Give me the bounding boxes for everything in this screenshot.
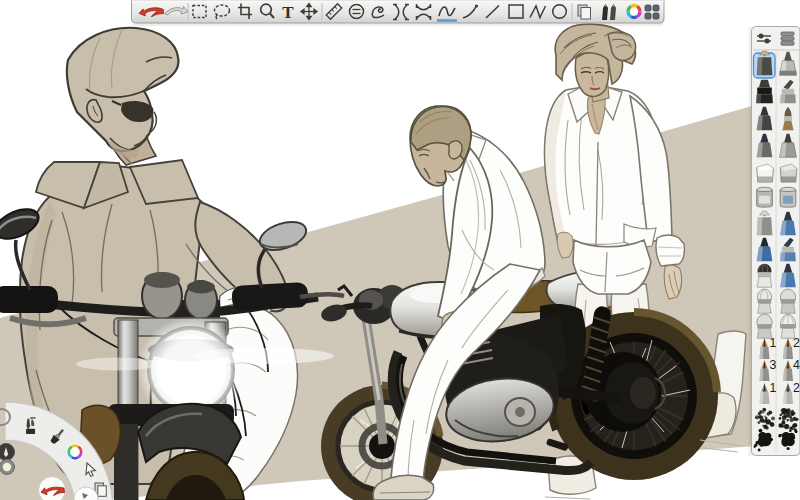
svg-text:2: 2 (793, 336, 800, 350)
svg-text:3: 3 (769, 358, 776, 372)
svg-text:1: 1 (769, 381, 776, 395)
svg-text:2: 2 (793, 381, 800, 395)
svg-text:4: 4 (793, 358, 800, 372)
svg-text:1: 1 (769, 336, 776, 350)
svg-text:T: T (282, 3, 294, 22)
